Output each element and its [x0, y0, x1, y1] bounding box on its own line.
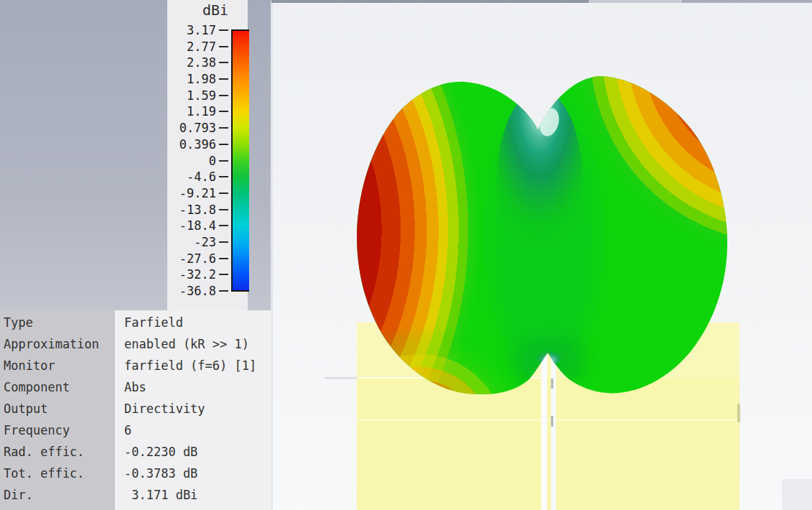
colorbar-tick-mark — [219, 78, 228, 80]
colorbar-unit-label: dBi — [190, 1, 241, 19]
info-row-approximation: Approximationenabled (kR >> 1) — [0, 333, 271, 355]
pattern-top-null-funnel — [497, 90, 583, 277]
colorbar-tick-label: 0.793 — [167, 121, 216, 134]
colorbar-tick-label: -18.4 — [167, 219, 216, 232]
info-row-label: Frequency — [4, 419, 111, 441]
info-row-label: Output — [4, 398, 111, 419]
colorbar-tick-mark — [219, 176, 228, 177]
colorbar-tick-label: -36.8 — [167, 284, 216, 297]
ground-plane-edge-line — [325, 377, 357, 379]
colorbar-tick-mark — [219, 193, 228, 194]
info-row-value: farfield (f=6) [1] — [124, 355, 271, 376]
info-row-value: 6 — [124, 419, 271, 441]
info-row-label: Rad. effic. — [4, 441, 111, 463]
info-row-label: Component — [4, 376, 111, 398]
colorbar-tick-label: 0.396 — [167, 138, 216, 151]
info-row-value: enabled (kR >> 1) — [124, 333, 271, 355]
substrate-right-notch — [737, 404, 740, 422]
colorbar-tick-mark — [219, 241, 228, 243]
info-row-frequency: Frequency6 — [0, 419, 271, 441]
colorbar-tick-mark — [219, 160, 228, 162]
farfield-info-panel: TypeFarfieldApproximationenabled (kR >> … — [0, 310, 271, 510]
colorbar-tick-label: 1.19 — [167, 105, 216, 118]
info-row-value: Abs — [124, 376, 271, 398]
colorbar-tick-mark — [219, 127, 228, 129]
substrate-edge-line-lower — [357, 419, 739, 421]
colorbar-tick-label: 1.59 — [167, 89, 216, 102]
colorbar-tick-label: 2.77 — [167, 40, 216, 53]
viewport-corner-widget — [782, 479, 812, 510]
colorbar-tick-mark — [219, 46, 228, 47]
colorbar-tick-label: -23 — [167, 236, 216, 249]
colorbar-gradient-bar — [231, 29, 249, 292]
info-row-label: Approximation — [4, 333, 111, 355]
colorbar-tick-label: 0 — [167, 154, 216, 167]
colorbar-tick-mark — [219, 290, 228, 292]
colorbar-tick-label: -27.6 — [167, 252, 216, 265]
info-row-component: ComponentAbs — [0, 376, 271, 398]
colorbar-tick-label: 2.38 — [167, 56, 216, 69]
info-row-label: Type — [4, 312, 111, 333]
colorbar-tick-label: -13.8 — [167, 203, 216, 216]
colorbar-tick-mark — [219, 62, 228, 63]
colorbar-tick-mark — [219, 95, 228, 96]
info-row-value: -0.3783 dB — [124, 463, 271, 484]
info-row-output: OutputDirectivity — [0, 398, 271, 419]
colorbar-tick-mark — [219, 209, 228, 210]
colorbar-tick-mark — [219, 225, 228, 226]
colorbar-legend-panel: dBi 3.172.772.381.981.591.190.7930.3960-… — [167, 0, 248, 310]
info-row-value: Directivity — [124, 398, 271, 419]
info-row-label: Monitor — [4, 355, 111, 376]
info-row-label: Tot. effic. — [4, 463, 111, 484]
colorbar-tick-mark — [219, 274, 228, 275]
info-row-value: 3.171 dBi — [124, 484, 271, 506]
info-row-dir: Dir. 3.171 dBi — [0, 484, 271, 506]
colorbar-tick-mark — [219, 144, 228, 145]
info-row-value: Farfield — [124, 312, 271, 333]
farfield-3d-viewport[interactable]: dBi 3.172.772.381.981.591.190.7930.3960-… — [0, 0, 812, 510]
colorbar-tick-mark — [219, 111, 228, 112]
info-row-value: -0.2230 dB — [124, 441, 271, 463]
info-row-tot-effic: Tot. effic.-0.3783 dB — [0, 463, 271, 484]
info-row-label: Dir. — [4, 484, 111, 506]
colorbar-tick-mark — [219, 258, 228, 259]
colorbar-tick-mark — [219, 29, 228, 31]
colorbar-tick-label: 1.98 — [167, 73, 216, 85]
colorbar-tick-label: -4.6 — [167, 170, 216, 183]
colorbar-tick-label: -32.2 — [167, 268, 216, 281]
info-row-rad-effic: Rad. effic.-0.2230 dB — [0, 441, 271, 463]
colorbar-tick-label: -9.21 — [167, 187, 216, 200]
info-row-type: TypeFarfield — [0, 312, 271, 333]
colorbar-tick-label: 3.17 — [167, 24, 216, 37]
info-row-monitor: Monitorfarfield (f=6) [1] — [0, 355, 271, 376]
